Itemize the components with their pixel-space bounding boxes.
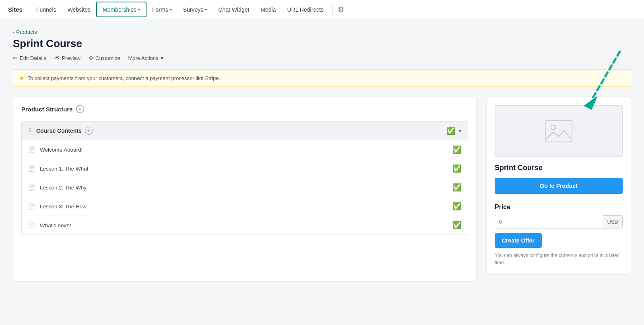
lesson-doc-icon: 📄 [28,184,35,191]
more-actions-action[interactable]: More Actions ▾ [128,55,163,61]
lesson-check-icon: ✅ [452,183,461,192]
lesson-row[interactable]: 📄 Lesson 3: The How ✅ [22,197,468,216]
lesson-row[interactable]: 📄 Lesson 2: The Why ✅ [22,178,468,197]
add-lesson-button[interactable]: + [85,127,93,135]
memberships-chevron-icon: ▾ [138,7,140,12]
right-panel: Sprint Course Go to Product Price USD Cr… [486,97,631,275]
nav-memberships[interactable]: Memberships ▾ [96,2,147,17]
warning-banner: ● To collect payments from your customer… [13,69,631,87]
svg-rect-2 [545,120,572,142]
nav-forms[interactable]: Forms ▾ [147,0,178,19]
nav-media[interactable]: Media [255,0,281,19]
course-section: ⠿ Course Contents + ✅ ▾ 📄 Welcome Aboard… [21,121,468,235]
nav-funnels[interactable]: Funnels [31,0,62,19]
action-bar: ✏ Edit Details 👁 Preview ⊕ Customize Mor… [13,55,631,61]
nav-surveys[interactable]: Surveys ▾ [178,0,213,19]
lesson-row[interactable]: 📄 Welcome Aboard! ✅ [22,140,468,159]
nav-divider [332,4,333,16]
forms-chevron-icon: ▾ [170,7,172,12]
lesson-doc-icon: 📄 [28,146,35,153]
lesson-check-icon: ✅ [452,221,461,230]
edit-details-action[interactable]: ✏ Edit Details [13,55,46,61]
more-actions-chevron-icon: ▾ [161,55,163,61]
lesson-title: Welcome Aboard! [40,147,448,153]
currency-label: USD [603,215,623,228]
lesson-title: What's next? [40,222,448,228]
top-navigation: Sites Funnels Websites Memberships ▾ For… [0,0,644,19]
product-structure-label: Product Structure [21,106,73,113]
gear-icon[interactable]: ⚙ [338,5,344,14]
sites-logo: Sites [8,6,23,13]
product-structure-header: Product Structure + [21,105,468,113]
content-columns: Product Structure + ⠿ Course Contents + … [13,97,631,282]
create-offer-button[interactable]: Create Offer [495,233,542,248]
customize-action[interactable]: ⊕ Customize [89,55,120,61]
main-content: ‹ Products Sprint Course ✏ Edit Details … [0,19,644,325]
lesson-check-icon: ✅ [452,164,461,173]
lesson-check-icon: ✅ [452,202,461,211]
right-product-name: Sprint Course [495,164,623,172]
lesson-row[interactable]: 📄 Lesson 1: The What ✅ [22,159,468,178]
nav-websites[interactable]: Websites [62,0,96,19]
preview-action[interactable]: 👁 Preview [54,55,80,61]
product-image-placeholder [495,105,623,157]
drag-handle-icon[interactable]: ⠿ [28,128,32,134]
course-title: Course Contents + [36,127,442,135]
price-section: Price USD Create Offer You can always co… [495,204,623,266]
nav-chat-widget[interactable]: Chat Widget [213,0,255,19]
lesson-check-icon: ✅ [452,145,461,154]
breadcrumb-icon: ‹ [13,29,14,35]
warning-text: To collect payments from your customers,… [28,75,220,81]
price-note: You can always configure the currency an… [495,252,623,266]
price-input-row: USD [495,215,623,228]
lesson-doc-icon: 📄 [28,222,35,228]
course-actions: ✅ ▾ [446,126,461,135]
add-section-button[interactable]: + [76,105,84,113]
warning-circle-icon: ● [20,74,24,82]
lesson-title: Lesson 1: The What [40,166,448,172]
eye-icon: 👁 [54,55,60,61]
nav-menu: Funnels Websites Memberships ▾ Forms ▾ S… [31,0,344,19]
course-header: ⠿ Course Contents + ✅ ▾ [22,121,468,140]
left-panel: Product Structure + ⠿ Course Contents + … [13,97,477,282]
customize-icon: ⊕ [89,55,93,61]
surveys-chevron-icon: ▾ [205,7,207,12]
placeholder-image-icon [545,119,573,143]
lesson-title: Lesson 3: The How [40,204,448,210]
page-title: Sprint Course [13,37,631,50]
breadcrumb[interactable]: ‹ Products [13,29,631,35]
price-input[interactable] [495,215,603,228]
course-collapse-icon[interactable]: ▾ [458,128,461,134]
lesson-doc-icon: 📄 [28,165,35,172]
lesson-title: Lesson 2: The Why [40,185,448,191]
nav-url-redirects[interactable]: URL Redirects [281,0,329,19]
edit-icon: ✏ [13,55,18,61]
course-check-icon: ✅ [446,126,455,135]
price-label: Price [495,204,623,211]
lesson-doc-icon: 📄 [28,203,35,210]
breadcrumb-label: Products [16,29,37,35]
lesson-row[interactable]: 📄 What's next? ✅ [22,216,468,234]
go-to-product-button[interactable]: Go to Product [495,178,623,194]
